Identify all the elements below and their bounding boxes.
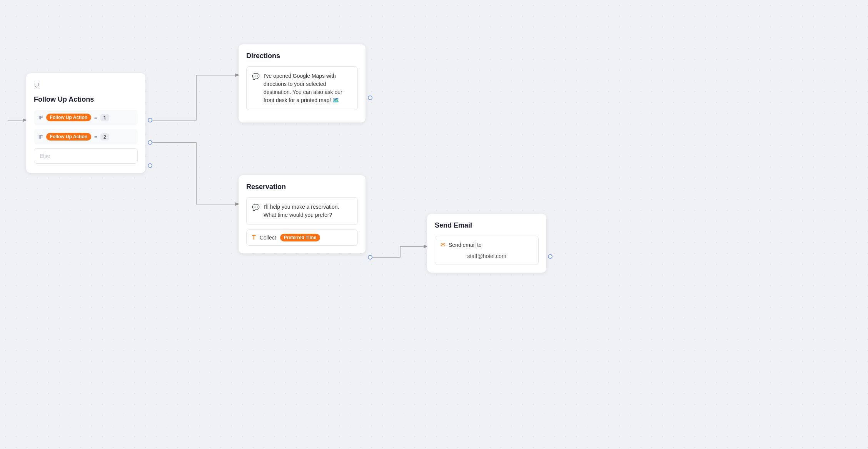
reservation-card: Reservation 💬 I'll help you make a reser…	[239, 175, 366, 253]
connector-dot-send-email-out[interactable]	[548, 254, 553, 259]
follow-up-actions-title: Follow Up Actions	[34, 95, 138, 104]
value-badge-1: 1	[100, 114, 109, 121]
equals-2: =	[94, 134, 97, 140]
filter-header: ⛉	[34, 82, 138, 89]
send-icon: ✉	[441, 241, 446, 248]
send-email-row: ✉ Send email to	[441, 241, 533, 248]
if-label-2: IF	[38, 134, 43, 140]
send-email-title: Send Email	[435, 221, 539, 230]
connector-dot-2[interactable]	[148, 140, 152, 145]
connector-dot-reservation-out[interactable]	[368, 255, 372, 260]
equals-1: =	[94, 115, 97, 121]
connector-dot-directions-out[interactable]	[368, 95, 372, 100]
send-email-card: Send Email ✉ Send email to staff@hotel.c…	[427, 214, 546, 273]
reservation-message-box: 💬 I'll help you make a reservation. What…	[246, 197, 358, 225]
email-value: staff@hotel.com	[441, 251, 533, 259]
directions-message-text: I've opened Google Maps with directions …	[264, 72, 352, 104]
else-label: Else	[40, 153, 50, 159]
collect-row[interactable]: T Collect Preferred Time	[246, 230, 358, 246]
filter-icon: ⛉	[34, 82, 40, 89]
t-icon: T	[252, 234, 256, 241]
follow-up-badge-1[interactable]: Follow Up Action	[46, 114, 92, 121]
else-row[interactable]: Else	[34, 148, 138, 164]
send-email-inner: ✉ Send email to staff@hotel.com	[435, 236, 539, 265]
directions-title: Directions	[246, 52, 358, 60]
condition-row-2[interactable]: IF Follow Up Action = 2	[34, 129, 138, 144]
reservation-title: Reservation	[246, 183, 358, 191]
directions-card: Directions 💬 I've opened Google Maps wit…	[239, 44, 366, 122]
connector-dot-3[interactable]	[148, 163, 152, 168]
chat-icon-reservation: 💬	[252, 204, 260, 211]
preferred-time-badge[interactable]: Preferred Time	[280, 234, 320, 241]
connector-dot-1[interactable]	[148, 118, 152, 122]
follow-up-badge-2[interactable]: Follow Up Action	[46, 133, 92, 141]
send-email-label: Send email to	[449, 242, 482, 248]
collect-label: Collect	[260, 235, 276, 241]
condition-row-1[interactable]: IF Follow Up Action = 1	[34, 110, 138, 125]
chat-icon-directions: 💬	[252, 73, 260, 80]
directions-message-box: 💬 I've opened Google Maps with direction…	[246, 66, 358, 110]
if-label-1: IF	[38, 115, 43, 121]
reservation-message-text: I'll help you make a reservation. What t…	[264, 203, 352, 219]
follow-up-actions-card: ⛉ Follow Up Actions IF Follow Up Action …	[26, 73, 145, 173]
value-badge-2: 2	[100, 133, 109, 141]
